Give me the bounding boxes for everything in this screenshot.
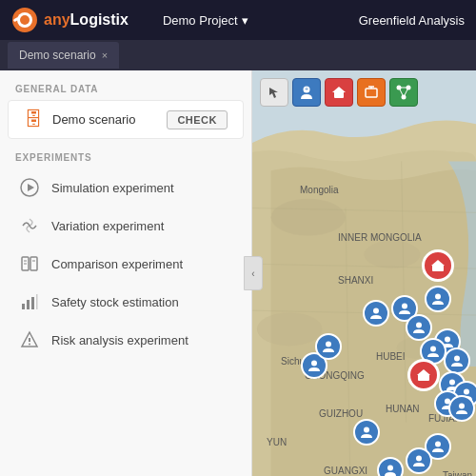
marker-m8 xyxy=(444,347,470,374)
tab-label: Demo scenario xyxy=(19,49,96,62)
scenario-name: Demo scenario xyxy=(52,112,157,127)
svg-point-56 xyxy=(464,389,469,395)
svg-rect-11 xyxy=(22,304,25,309)
svg-point-21 xyxy=(257,312,323,346)
add-building-tool[interactable] xyxy=(325,78,353,107)
svg-point-52 xyxy=(326,342,331,347)
map-area[interactable]: + MongoliaINNER MONGOLIASHANXISichuanCHO… xyxy=(252,70,476,476)
svg-point-51 xyxy=(311,361,317,367)
variation-label: Variation experiment xyxy=(51,219,164,233)
experiment-item-risk[interactable]: Risk analysis experiment xyxy=(4,321,248,359)
logo: anyLogistix xyxy=(11,7,129,33)
svg-line-40 xyxy=(399,88,404,97)
svg-point-44 xyxy=(435,294,441,300)
svg-point-58 xyxy=(459,404,465,409)
sidebar: ‹ GENERAL DATA 🗄 Demo scenario CHECK EXP… xyxy=(0,70,252,476)
svg-point-47 xyxy=(416,323,422,328)
experiment-item-safety[interactable]: Safety stock estimation xyxy=(4,283,248,321)
svg-marker-5 xyxy=(28,184,34,191)
marker-m11 xyxy=(407,359,440,391)
svg-line-41 xyxy=(404,88,408,97)
check-button[interactable]: CHECK xyxy=(167,110,228,129)
map-toolbar: + xyxy=(260,78,418,107)
svg-rect-31 xyxy=(334,91,344,98)
marker-m4 xyxy=(363,300,389,327)
comparison-label: Comparison experiment xyxy=(51,257,183,271)
simulation-icon xyxy=(19,177,40,198)
svg-point-59 xyxy=(364,427,369,433)
add-person-tool[interactable]: + xyxy=(292,78,321,107)
marker-m5 xyxy=(406,314,432,341)
simulation-label: Simulation experiment xyxy=(51,181,174,195)
general-data-label: GENERAL DATA xyxy=(0,70,251,100)
svg-text:+: + xyxy=(305,86,308,92)
svg-rect-7 xyxy=(30,257,37,270)
svg-point-20 xyxy=(365,241,421,268)
marker-m1 xyxy=(422,249,454,282)
marker-m2 xyxy=(425,286,451,312)
svg-point-62 xyxy=(387,466,393,471)
svg-point-19 xyxy=(271,199,346,236)
marker-m10 xyxy=(315,333,342,360)
svg-point-50 xyxy=(454,356,460,362)
logo-text: anyLogistix xyxy=(44,11,129,29)
main-content: ‹ GENERAL DATA 🗄 Demo scenario CHECK EXP… xyxy=(0,70,476,476)
svg-marker-43 xyxy=(431,260,445,266)
tab-bar: Demo scenario × xyxy=(0,40,476,70)
project-selector[interactable]: Demo Project ▾ xyxy=(163,13,248,28)
analysis-label: Greenfield Analysis xyxy=(359,13,465,28)
svg-point-60 xyxy=(435,442,441,447)
svg-rect-14 xyxy=(36,294,38,309)
risk-icon xyxy=(19,329,40,350)
risk-label: Risk analysis experiment xyxy=(51,333,188,347)
svg-point-61 xyxy=(416,456,422,462)
svg-marker-28 xyxy=(269,88,278,98)
svg-rect-53 xyxy=(418,374,429,381)
svg-rect-13 xyxy=(31,297,34,309)
experiments-list: Simulation experimentVariation experimen… xyxy=(0,169,251,359)
svg-rect-12 xyxy=(27,300,30,309)
cursor-tool[interactable] xyxy=(260,78,288,107)
demo-scenario-tab[interactable]: Demo scenario × xyxy=(8,42,119,69)
svg-point-46 xyxy=(373,308,379,314)
svg-rect-42 xyxy=(432,265,444,271)
scenario-row: 🗄 Demo scenario CHECK xyxy=(8,100,244,139)
experiment-item-simulation[interactable]: Simulation experiment xyxy=(4,169,248,207)
svg-rect-33 xyxy=(366,89,377,97)
add-package-tool[interactable] xyxy=(357,78,386,107)
sidebar-collapse-button[interactable]: ‹ xyxy=(244,256,263,290)
marker-m16 xyxy=(353,419,380,446)
marker-m19 xyxy=(377,457,404,476)
app-header: anyLogistix Demo Project ▾ Greenfield An… xyxy=(0,0,476,40)
experiments-label: EXPERIMENTS xyxy=(0,139,251,169)
experiment-item-variation[interactable]: Variation experiment xyxy=(4,207,248,245)
tab-close-button[interactable]: × xyxy=(102,50,108,61)
variation-icon xyxy=(19,215,40,236)
svg-marker-54 xyxy=(417,369,430,375)
database-icon: 🗄 xyxy=(24,109,43,130)
marker-m18 xyxy=(406,447,432,474)
safety-label: Safety stock estimation xyxy=(51,295,179,309)
svg-marker-32 xyxy=(332,87,346,92)
svg-point-45 xyxy=(402,304,407,309)
svg-point-17 xyxy=(29,344,30,346)
logo-icon xyxy=(11,7,38,33)
svg-point-2 xyxy=(20,15,30,25)
comparison-icon xyxy=(19,253,40,274)
svg-point-49 xyxy=(430,347,436,352)
experiment-item-comparison[interactable]: Comparison experiment xyxy=(4,245,248,283)
marker-m15 xyxy=(448,395,475,422)
safety-icon xyxy=(19,291,40,312)
add-connection-tool[interactable] xyxy=(389,78,418,107)
